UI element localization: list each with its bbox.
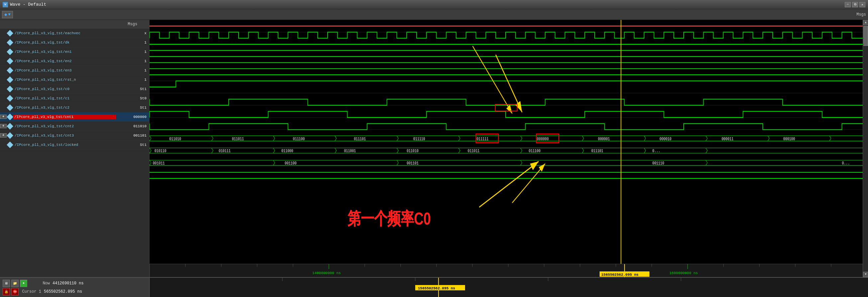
signal-row[interactable]: /IPcore_pll_v3_vlg_tst/c2St1 <box>0 103 149 112</box>
signal-value-label: St0 <box>116 96 149 100</box>
svg-text:011100: 011100 <box>528 148 540 153</box>
vertical-scrollbar[interactable]: ▲ ▼ <box>863 20 868 277</box>
svg-text:001011: 001011 <box>153 161 165 166</box>
cursor-value: 565502562.095 ns <box>44 289 82 294</box>
signal-panel: Msgs /IPcore_pll_v3_vlg_tst/eachvecx/IPc… <box>0 20 150 277</box>
signal-value-label: 1 <box>116 59 149 63</box>
signal-row[interactable]: /IPcore_pll_v3_vlg_tst/en21 <box>0 57 149 66</box>
signal-diamond-icon <box>7 124 13 128</box>
svg-text:1600000000 ns: 1600000000 ns <box>669 271 698 275</box>
signal-diamond-icon <box>7 59 13 63</box>
signal-name-label: /IPcore_pll_v3_vlg_tst/dk <box>13 40 116 44</box>
signal-diamond-icon <box>7 50 13 54</box>
scrollbar-track[interactable] <box>863 25 868 272</box>
close-button[interactable]: ✕ <box>859 2 865 7</box>
signal-name-label: /IPcore_pll_v3_vlg_tst/en3 <box>13 68 116 72</box>
signal-name-label: /IPcore_pll_v3_vlg_tst/locked <box>13 143 116 147</box>
svg-text:000010: 000010 <box>660 136 672 141</box>
window-icon: W <box>3 2 8 7</box>
signal-name-label: /IPcore_pll_v3_vlg_tst/en1 <box>13 50 116 54</box>
status-icon-1[interactable]: 🖥 <box>3 280 10 287</box>
svg-text:001110: 001110 <box>652 161 664 166</box>
signal-diamond-icon <box>7 31 13 35</box>
signal-row[interactable]: /IPcore_pll_v3_vlg_tst/en31 <box>0 66 149 75</box>
svg-rect-117 <box>150 264 863 277</box>
cursor-label: Cursor 1 <box>21 289 41 294</box>
signal-row[interactable]: /IPcore_pll_v3_vlg_tst/dk1 <box>0 38 149 47</box>
signal-name-label: /IPcore_pll_v3_vlg_tst/cnt3 <box>13 133 116 138</box>
timeline: 1400000000 ns 1600000000 ns <box>150 264 863 277</box>
signal-value-label: 1 <box>116 50 149 54</box>
svg-text:000011: 000011 <box>721 136 734 141</box>
scroll-up-button[interactable]: ▲ <box>863 20 868 25</box>
signal-name-label: /IPcore_pll_v3_vlg_tst/c0 <box>13 87 116 91</box>
minimize-button[interactable]: ─ <box>845 2 851 7</box>
status-icon-green[interactable]: ● <box>20 280 27 287</box>
svg-text:001101: 001101 <box>407 161 418 166</box>
signal-diamond-icon <box>7 40 13 45</box>
signal-row[interactable]: /IPcore_pll_v3_vlg_tst/rst_n1 <box>0 75 149 84</box>
signal-name-label: /IPcore_pll_v3_vlg_tst/rst_n <box>13 78 116 82</box>
svg-text:000000: 000000 <box>537 136 549 141</box>
toolbar: ◆ ▼ Msgs <box>0 9 868 20</box>
status-icons-top: 🖥 📁 ● <box>3 280 27 287</box>
svg-text:010111: 010111 <box>219 148 230 153</box>
svg-text:000100: 000100 <box>783 136 795 141</box>
svg-text:1565502562.095 ns: 1565502562.095 ns <box>601 273 639 277</box>
svg-text:011011: 011011 <box>468 148 480 153</box>
window-title: Wave - Default <box>10 2 845 7</box>
signal-list[interactable]: /IPcore_pll_v3_vlg_tst/eachvecx/IPcore_p… <box>0 29 149 277</box>
status-right-panel: 1565502562.095 ns <box>150 278 868 297</box>
status-icons-bottom: 🔒 ⛔ <box>3 288 19 295</box>
svg-text:011000: 011000 <box>281 148 293 153</box>
status-icon-stop[interactable]: ⛔ <box>11 288 19 295</box>
waveform-area[interactable]: 011010 011011 011100 011101 011110 <box>150 20 863 264</box>
svg-text:0...: 0... <box>842 161 850 166</box>
signal-row[interactable]: +/IPcore_pll_v3_vlg_tst/cnt2011010 <box>0 122 149 131</box>
signal-value-label: x <box>116 31 149 35</box>
signal-expand-icon[interactable]: + <box>0 124 7 128</box>
signal-name-label: /IPcore_pll_v3_vlg_tst/cnt2 <box>13 124 116 128</box>
signal-value-label: 1 <box>116 40 149 44</box>
restore-button[interactable]: ⧉ <box>852 2 858 7</box>
signal-row[interactable]: +/IPcore_pll_v3_vlg_tst/cnt1000000 <box>0 112 149 122</box>
signal-diamond-icon <box>7 96 13 101</box>
signal-name-label: /IPcore_pll_v3_vlg_tst/c1 <box>13 96 116 100</box>
main-window: W Wave - Default ─ ⧉ ✕ ◆ ▼ Msgs Msgs /IP… <box>0 0 868 297</box>
signal-diamond-icon <box>7 143 13 147</box>
signal-diamond-icon <box>7 115 13 119</box>
signal-row[interactable]: /IPcore_pll_v3_vlg_tst/lockedSt1 <box>0 140 149 149</box>
window-controls: ─ ⧉ ✕ <box>845 2 865 7</box>
title-bar: W Wave - Default ─ ⧉ ✕ <box>0 0 868 9</box>
signal-row[interactable]: +/IPcore_pll_v3_vlg_tst/cnt3001101 <box>0 131 149 140</box>
status-icon-lock[interactable]: 🔒 <box>3 288 10 295</box>
signal-row[interactable]: /IPcore_pll_v3_vlg_tst/c0St1 <box>0 84 149 94</box>
status-icon-2[interactable]: 📁 <box>11 280 19 287</box>
svg-text:011110: 011110 <box>413 136 425 141</box>
status-left-panel: 🖥 📁 ● Now 4412690110 ns 🔒 ⛔ Cursor 1 565… <box>0 278 150 297</box>
signal-expand-icon[interactable]: + <box>0 133 7 138</box>
toolbar-dropdown[interactable]: ◆ ▼ <box>2 11 13 18</box>
signal-value-label: 001101 <box>116 133 149 138</box>
svg-text:010110: 010110 <box>154 148 166 153</box>
svg-text:011010: 011010 <box>169 136 181 141</box>
status-bar: 🖥 📁 ● Now 4412690110 ns 🔒 ⛔ Cursor 1 565… <box>0 277 868 297</box>
msgs-label: Msgs <box>856 12 866 17</box>
signal-row[interactable]: /IPcore_pll_v3_vlg_tst/en11 <box>0 47 149 57</box>
svg-text:0...: 0... <box>652 148 660 153</box>
svg-text:011001: 011001 <box>344 148 356 153</box>
now-label: Now <box>30 281 50 286</box>
signal-value-label: St1 <box>116 106 149 110</box>
signal-row[interactable]: /IPcore_pll_v3_vlg_tst/c1St0 <box>0 94 149 103</box>
scrollbar-thumb[interactable] <box>863 26 868 46</box>
signal-name-label: /IPcore_pll_v3_vlg_tst/en2 <box>13 59 116 63</box>
svg-text:011111: 011111 <box>477 136 489 141</box>
signal-name-label: /IPcore_pll_v3_vlg_tst/eachvec <box>13 31 116 35</box>
signal-value-label: 1 <box>116 68 149 72</box>
svg-text:011101: 011101 <box>591 148 603 153</box>
svg-text:011010: 011010 <box>407 148 418 153</box>
signal-row[interactable]: /IPcore_pll_v3_vlg_tst/eachvecx <box>0 29 149 38</box>
signal-expand-icon[interactable]: + <box>0 115 7 119</box>
scroll-down-button[interactable]: ▼ <box>863 272 868 277</box>
signal-name-label: /IPcore_pll_v3_vlg_tst/c2 <box>13 106 116 110</box>
